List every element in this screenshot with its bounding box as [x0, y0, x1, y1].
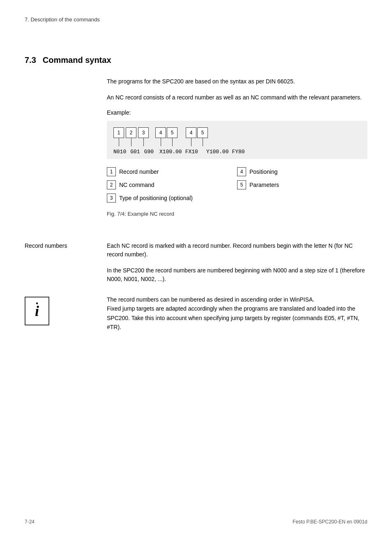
record-numbers-p2: In the SPC200 the record numbers are num…: [107, 266, 367, 283]
record-numbers-label: Record numbers: [25, 242, 67, 249]
diagram-group-2: 2: [126, 127, 136, 146]
box-5a: 5: [167, 127, 178, 138]
footer-right: Festo P.BE-SPC200-EN en 0901d: [293, 519, 367, 525]
diagram-group-4a: 4: [155, 127, 166, 146]
legend-item-4: 4 Positioning: [237, 167, 367, 176]
token-n010: N010: [113, 149, 126, 155]
legend-label-5: Parameters: [249, 182, 279, 188]
token-fy80: FY80: [232, 149, 244, 155]
token-y100: Y100.00: [206, 149, 229, 155]
diagram-group-3: 3: [138, 127, 149, 146]
diagram-group-1: 1: [113, 127, 124, 146]
box-4b: 4: [186, 127, 196, 138]
token-x100: X100.00: [159, 149, 182, 155]
token-g90: G90: [144, 149, 154, 155]
diagram-group-4b: 4: [186, 127, 196, 146]
section-title: Command syntax: [43, 55, 111, 65]
section-number: 7.3: [25, 55, 36, 65]
legend-label-2: NC command: [119, 182, 154, 188]
legend-item-1: 1 Record number: [107, 167, 237, 176]
legend-label-1: Record number: [119, 168, 159, 175]
info-icon: i: [25, 297, 49, 325]
legend-box-1: 1: [107, 167, 116, 176]
legend-label-4: Positioning: [249, 168, 278, 175]
legend-left: 1 Record number 2 NC command 3 Type of p…: [107, 167, 237, 203]
legend-box-3: 3: [107, 194, 116, 203]
box-1: 1: [113, 127, 124, 138]
fig-caption: Fig. 7/4: Example NC record: [107, 211, 367, 217]
token-g01: G01: [130, 149, 140, 155]
box-5b: 5: [197, 127, 208, 138]
paragraph-1: The programs for the SPC200 are based on…: [107, 77, 367, 86]
breadcrumb: 7. Description of the commands: [25, 16, 367, 23]
legend-area: 1 Record number 2 NC command 3 Type of p…: [107, 167, 367, 203]
legend-box-4: 4: [237, 167, 246, 176]
diagram-group-5a: 5: [167, 127, 178, 146]
nc-diagram: 1 2 3 4: [107, 121, 367, 159]
legend-item-3: 3 Type of positioning (optional): [107, 194, 237, 203]
legend-box-2: 2: [107, 180, 116, 189]
legend-box-5: 5: [237, 180, 246, 189]
paragraph-2: An NC record consists of a record number…: [107, 93, 367, 102]
legend-item-5: 5 Parameters: [237, 180, 367, 189]
footer-left: 7-24: [25, 519, 35, 525]
info-text: The record numbers can be numbered as de…: [107, 295, 367, 332]
legend-right: 4 Positioning 5 Parameters: [237, 167, 367, 203]
example-label: Example:: [107, 109, 367, 116]
box-4a: 4: [155, 127, 166, 138]
box-3: 3: [138, 127, 149, 138]
record-numbers-p1: Each NC record is marked with a record n…: [107, 242, 367, 259]
footer: 7-24 Festo P.BE-SPC200-EN en 0901d: [0, 519, 392, 525]
box-2: 2: [126, 127, 136, 138]
diagram-group-5b: 5: [197, 127, 208, 146]
legend-item-2: 2 NC command: [107, 180, 237, 189]
token-fx10: FX10: [185, 149, 198, 155]
legend-label-3: Type of positioning (optional): [119, 195, 193, 201]
